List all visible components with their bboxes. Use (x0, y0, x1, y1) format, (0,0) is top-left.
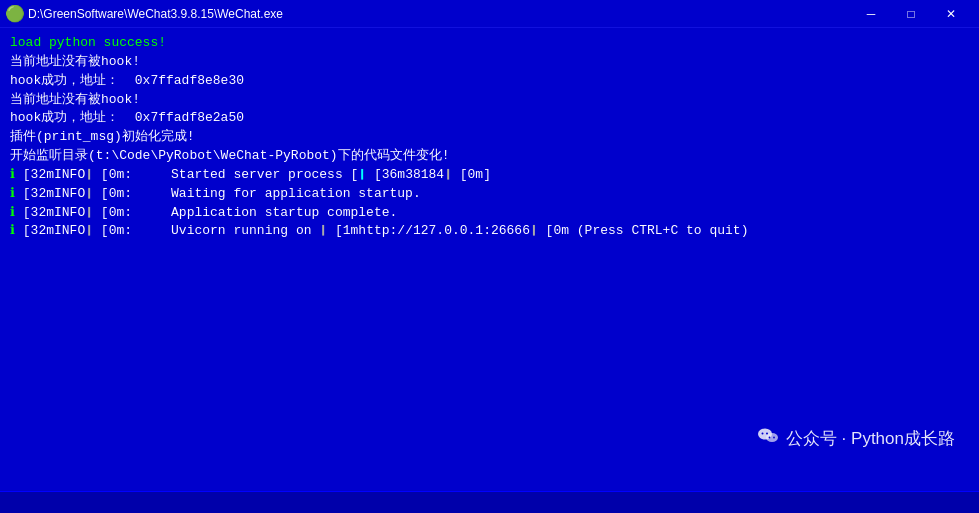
terminal-line: ℹ [32mINFO❙ [0m: Uvicorn running on ❙ [1… (10, 222, 969, 241)
wechat-icon (756, 424, 780, 453)
wechat-logo-icon (756, 424, 780, 448)
terminal-line: load python success! (10, 34, 969, 53)
window-title: D:\GreenSoftware\WeChat3.9.8.15\WeChat.e… (28, 7, 283, 21)
minimize-button[interactable]: ─ (851, 0, 891, 28)
app-icon: 🟢 (8, 7, 22, 21)
bottom-bar (0, 491, 979, 513)
title-bar: 🟢 D:\GreenSoftware\WeChat3.9.8.15\WeChat… (0, 0, 979, 28)
terminal-line: hook成功，地址： 0x7ffadf8e2a50 (10, 109, 969, 128)
svg-point-4 (768, 437, 770, 439)
terminal-body: load python success! 当前地址没有被hook! hook成功… (0, 28, 979, 491)
terminal-line: 当前地址没有被hook! (10, 53, 969, 72)
terminal-line: ℹ [32mINFO❙ [0m: Waiting for application… (10, 185, 969, 204)
bottom-bar-text (8, 497, 15, 509)
maximize-button[interactable]: □ (891, 0, 931, 28)
svg-point-1 (766, 433, 778, 442)
svg-point-2 (761, 433, 763, 435)
watermark-text: 公众号 · Python成长路 (786, 427, 955, 450)
window-controls: ─ □ ✕ (851, 0, 971, 28)
terminal-line: ℹ [32mINFO❙ [0m: Started server process … (10, 166, 969, 185)
svg-point-5 (773, 437, 775, 439)
terminal-line: ℹ [32mINFO❙ [0m: Application startup com… (10, 204, 969, 223)
terminal-line: hook成功，地址： 0x7ffadf8e8e30 (10, 72, 969, 91)
svg-point-3 (766, 433, 768, 435)
terminal-line: 开始监听目录(t:\Code\PyRobot\WeChat-PyRobot)下的… (10, 147, 969, 166)
terminal-line: 当前地址没有被hook! (10, 91, 969, 110)
watermark: 公众号 · Python成长路 (756, 424, 955, 453)
title-bar-left: 🟢 D:\GreenSoftware\WeChat3.9.8.15\WeChat… (8, 7, 283, 21)
terminal-line: 插件(print_msg)初始化完成! (10, 128, 969, 147)
close-button[interactable]: ✕ (931, 0, 971, 28)
